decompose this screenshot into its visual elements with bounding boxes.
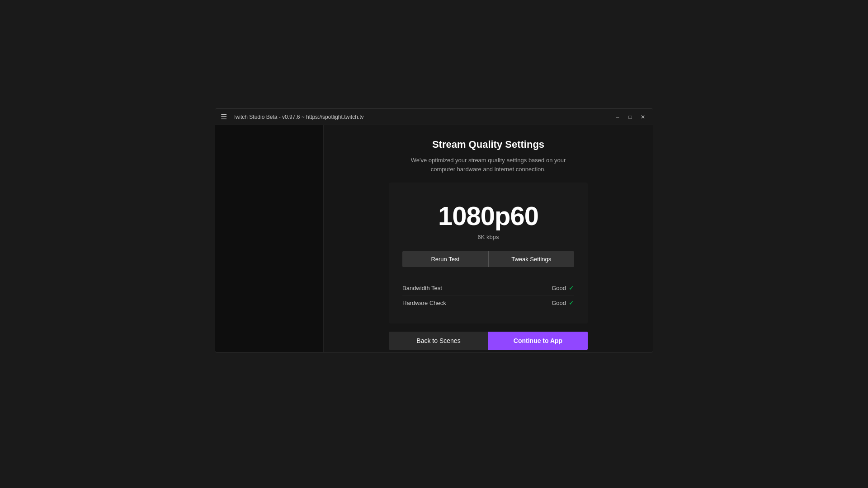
bottom-buttons: Back to Scenes Continue to App	[389, 332, 588, 350]
quality-panel: 1080p60 6K kbps Rerun Test Tweak Setting…	[389, 183, 588, 324]
window-title: Twitch Studio Beta - v0.97.6 ~ https://s…	[232, 114, 613, 120]
page-title: Stream Quality Settings	[432, 139, 544, 150]
bandwidth-check-label: Bandwidth Test	[402, 285, 442, 291]
rerun-test-button[interactable]: Rerun Test	[402, 251, 488, 267]
hardware-check-status: Good ✓	[552, 299, 574, 306]
checks-section: Bandwidth Test Good ✓ Hardware Check Goo…	[402, 281, 574, 310]
hardware-check-row: Hardware Check Good ✓	[402, 296, 574, 310]
hardware-status-text: Good	[552, 300, 566, 306]
page-subtitle: We've optimized your stream quality sett…	[398, 156, 579, 174]
bandwidth-check-icon: ✓	[569, 284, 574, 291]
app-window: ☰ Twitch Studio Beta - v0.97.6 ~ https:/…	[215, 108, 653, 352]
bandwidth-status-text: Good	[552, 285, 566, 291]
maximize-button[interactable]: □	[626, 113, 635, 122]
quality-bitrate: 6K kbps	[478, 234, 499, 240]
menu-icon[interactable]: ☰	[221, 113, 227, 121]
window-controls: – □ ✕	[613, 113, 647, 122]
action-buttons: Rerun Test Tweak Settings	[402, 251, 574, 267]
minimize-button[interactable]: –	[613, 113, 622, 122]
close-button[interactable]: ✕	[638, 113, 647, 122]
continue-to-app-button[interactable]: Continue to App	[488, 332, 588, 350]
sidebar	[215, 125, 324, 352]
hardware-check-icon: ✓	[569, 299, 574, 306]
bandwidth-check-row: Bandwidth Test Good ✓	[402, 281, 574, 296]
main-content: Stream Quality Settings We've optimized …	[324, 125, 653, 352]
tweak-settings-button[interactable]: Tweak Settings	[488, 251, 575, 267]
content-area: Stream Quality Settings We've optimized …	[215, 125, 653, 352]
hardware-check-label: Hardware Check	[402, 300, 446, 306]
quality-value: 1080p60	[438, 201, 538, 231]
bandwidth-check-status: Good ✓	[552, 284, 574, 291]
title-bar: ☰ Twitch Studio Beta - v0.97.6 ~ https:/…	[215, 109, 653, 125]
back-to-scenes-button[interactable]: Back to Scenes	[389, 332, 488, 350]
